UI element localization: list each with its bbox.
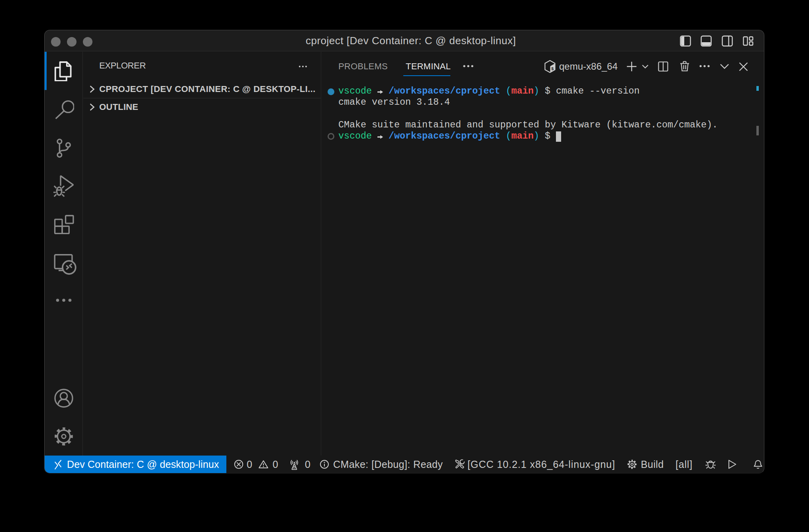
svg-text:$: $	[551, 66, 554, 71]
